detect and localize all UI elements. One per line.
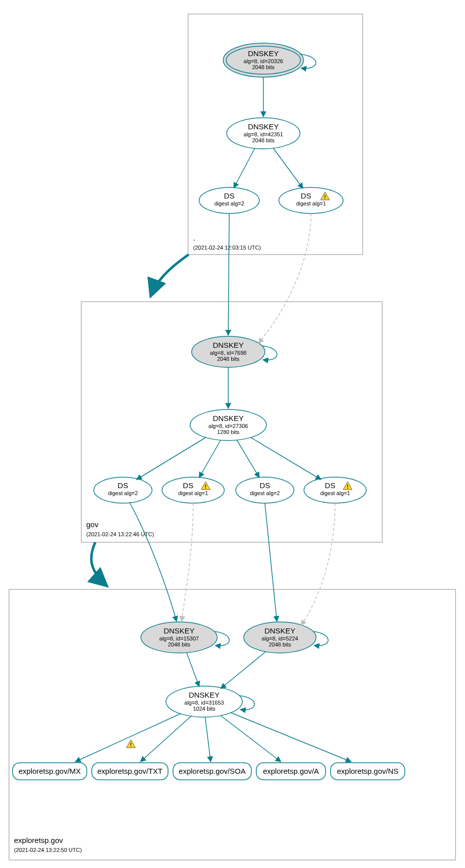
svg-text:DS: DS — [301, 191, 312, 200]
edge-rootds2-govksk — [228, 213, 229, 335]
svg-text:DS: DS — [183, 481, 194, 490]
zone-root-ts: (2021-02-24 12:03:15 UTC) — [193, 245, 261, 251]
svg-text:DS: DS — [118, 481, 128, 490]
node-gov-dsB2: DS digest alg=2 — [236, 477, 294, 503]
svg-text:exploretsp.gov/A: exploretsp.gov/A — [263, 767, 319, 775]
node-gov-ksk: DNSKEY alg=8, id=7698 2048 bits — [192, 336, 277, 367]
rr-mx: exploretsp.gov/MX — [13, 763, 87, 780]
edge-dsB1-kskB — [301, 503, 335, 625]
edge-zsk-a — [221, 716, 281, 762]
node-root-ds2: DS digest alg=2 — [199, 187, 259, 213]
node-root-zsk: DNSKEY alg=8, id=42351 2048 bits — [227, 118, 300, 149]
svg-text:exploretsp.gov/NS: exploretsp.gov/NS — [337, 767, 399, 775]
edge-gzsk-dsA2 — [136, 438, 206, 480]
svg-text:2048 bits: 2048 bits — [269, 641, 291, 647]
zone-leaf-ts: (2021-02-24 13:22:50 UTC) — [14, 847, 82, 853]
edge-zsk-soa — [205, 717, 211, 762]
svg-text:digest alg=2: digest alg=2 — [214, 200, 244, 206]
edge-rzsk-ds1 — [273, 148, 303, 188]
svg-text:alg=8, id=7698: alg=8, id=7698 — [210, 350, 247, 356]
zone-leaf-title: exploretsp.gov — [14, 836, 63, 844]
edge-zone-root-to-gov — [150, 255, 189, 297]
svg-text:exploretsp.gov/TXT: exploretsp.gov/TXT — [97, 767, 163, 775]
node-leaf-kskA: DNSKEY alg=8, id=15307 2048 bits — [141, 622, 229, 653]
svg-text:1024 bits: 1024 bits — [193, 706, 216, 712]
rr-ns: exploretsp.gov/NS — [331, 763, 405, 780]
rr-soa: exploretsp.gov/SOA — [173, 763, 251, 780]
edge-rootds1-govksk — [258, 213, 311, 343]
svg-text:DNSKEY: DNSKEY — [248, 122, 279, 131]
svg-text:DNSKEY: DNSKEY — [264, 626, 295, 635]
node-gov-dsA2: DS digest alg=2 — [94, 477, 152, 503]
node-gov-zsk: DNSKEY alg=8, id=27306 1280 bits — [190, 409, 266, 441]
svg-text:digest alg=1: digest alg=1 — [320, 490, 350, 496]
edge-dsB2-kskB — [265, 503, 277, 621]
edge-dsA1-kskA — [182, 503, 193, 621]
svg-text:digest alg=2: digest alg=2 — [108, 490, 138, 496]
zone-gov-title: gov — [86, 520, 99, 529]
rr-a: exploretsp.gov/A — [256, 763, 326, 780]
node-gov-dsB1: DS digest alg=1 — [304, 477, 366, 503]
svg-text:exploretsp.gov/MX: exploretsp.gov/MX — [19, 767, 81, 775]
svg-text:alg=8, id=20326: alg=8, id=20326 — [244, 58, 283, 64]
svg-text:exploretsp.gov/SOA: exploretsp.gov/SOA — [179, 767, 245, 775]
warn-icon — [126, 740, 135, 748]
node-root-ksk: DNSKEY alg=8, id=20326 2048 bits — [223, 43, 316, 77]
svg-text:DNSKEY: DNSKEY — [164, 626, 195, 635]
edge-kskB-zsk — [221, 652, 266, 689]
svg-text:alg=8, id=31653: alg=8, id=31653 — [185, 700, 224, 706]
dnssec-graph: ! . (2021-02-24 12:03:15 UTC) DNSKEY alg… — [0, 0, 465, 868]
edge-dsA2-kskA — [129, 502, 177, 621]
edge-rzsk-ds2 — [234, 148, 255, 188]
svg-text:DNSKEY: DNSKEY — [213, 341, 244, 349]
edge-kskA-zsk — [187, 653, 199, 687]
node-gov-dsA1: DS digest alg=1 — [162, 477, 224, 503]
zone-root-title: . — [193, 234, 195, 242]
svg-text:digest alg=1: digest alg=1 — [296, 200, 326, 206]
svg-text:DS: DS — [325, 481, 336, 490]
node-root-ds1: DS digest alg=1 — [279, 187, 343, 213]
svg-text:alg=8, id=27306: alg=8, id=27306 — [209, 423, 248, 429]
svg-text:alg=8, id=5224: alg=8, id=5224 — [262, 635, 298, 641]
edge-gzsk-dsB1 — [251, 438, 321, 480]
svg-text:1280 bits: 1280 bits — [217, 429, 240, 435]
svg-text:digest alg=2: digest alg=2 — [250, 490, 280, 496]
rr-txt: exploretsp.gov/TXT — [92, 763, 168, 780]
node-leaf-kskB: DNSKEY alg=8, id=5224 2048 bits — [244, 622, 328, 653]
svg-text:DNSKEY: DNSKEY — [248, 49, 279, 58]
svg-text:alg=8, id=42351: alg=8, id=42351 — [244, 131, 283, 137]
edge-zsk-mx — [75, 714, 181, 762]
edge-zsk-txt — [140, 716, 192, 762]
svg-text:2048 bits: 2048 bits — [252, 137, 275, 143]
svg-text:DS: DS — [260, 481, 270, 490]
svg-text:alg=8, id=15307: alg=8, id=15307 — [160, 635, 199, 641]
svg-text:2048 bits: 2048 bits — [168, 641, 191, 647]
svg-text:digest alg=1: digest alg=1 — [178, 490, 208, 496]
edge-gzsk-dsA1 — [199, 440, 221, 478]
svg-text:DS: DS — [224, 191, 235, 200]
svg-text:DNSKEY: DNSKEY — [189, 691, 220, 699]
svg-text:2048 bits: 2048 bits — [252, 64, 275, 70]
node-leaf-zsk: DNSKEY alg=8, id=31653 1024 bits — [166, 686, 254, 717]
svg-text:DNSKEY: DNSKEY — [213, 414, 244, 422]
edge-gzsk-dsB2 — [237, 440, 259, 478]
edge-zone-gov-to-leaf — [91, 542, 107, 586]
svg-text:2048 bits: 2048 bits — [217, 356, 240, 362]
